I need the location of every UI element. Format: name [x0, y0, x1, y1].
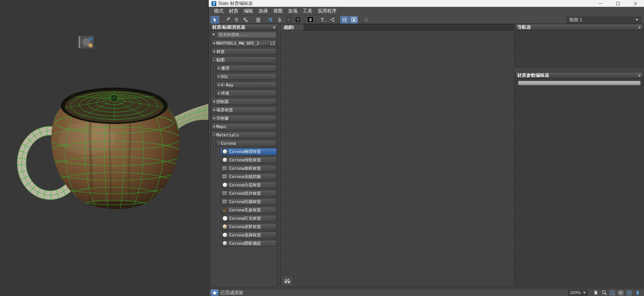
browser-material-item[interactable]: Corona灯光材质	[220, 215, 277, 222]
zoom-tool-button[interactable]	[600, 289, 608, 296]
pick-material-button[interactable]	[223, 16, 231, 23]
browser-group-item[interactable]: +场景材质	[211, 106, 277, 113]
browser-material-item[interactable]: Corona毛发材质	[220, 207, 277, 213]
menu-item[interactable]: 选项	[286, 7, 300, 15]
zoom-extents-button[interactable]	[617, 289, 625, 296]
menu-item[interactable]: 工具	[301, 7, 315, 15]
browser-group-item[interactable]: +示例窗	[211, 115, 277, 122]
navigator-panel-title: 导航器	[517, 24, 638, 31]
hide-unused-nodeslots-button[interactable]	[276, 16, 284, 23]
expand-toggle[interactable]: +	[217, 83, 221, 88]
browser-group-item[interactable]: +OSL	[216, 73, 277, 80]
expand-toggle[interactable]: -	[217, 141, 221, 146]
navigator-close-button[interactable]: x	[638, 25, 641, 30]
binoculars-icon	[284, 279, 290, 283]
view-tab-bar: 视图1	[280, 24, 514, 31]
browser-material-item[interactable]: Corona切片材质	[220, 190, 277, 197]
expand-toggle[interactable]: +	[217, 66, 221, 71]
3d-viewport[interactable]	[0, 0, 208, 296]
pan-selected-hand-icon	[635, 290, 641, 296]
minimize-button[interactable]	[592, 0, 609, 7]
browser-material-item[interactable]: Corona物理材质	[220, 148, 277, 155]
close-button[interactable]	[627, 0, 644, 7]
status-message: 已完成渲染	[220, 290, 568, 296]
browser-group-item[interactable]: +Maps	[211, 123, 277, 130]
show-checker-background-button[interactable]	[294, 16, 302, 23]
menu-item[interactable]: 材质	[227, 7, 241, 15]
render-map-button[interactable]	[362, 16, 370, 23]
layout-all-button[interactable]	[319, 16, 327, 23]
browser-material-item[interactable]: Corona传统材质	[220, 157, 277, 163]
move-children-button[interactable]	[266, 16, 275, 23]
find-node-button[interactable]	[283, 277, 292, 285]
navigator-body[interactable]	[516, 31, 643, 67]
menu-item[interactable]: 选择	[256, 7, 270, 15]
browser-material-item[interactable]: Corona皮肤材质	[220, 223, 277, 230]
material-preview-thumbnail[interactable]	[78, 36, 94, 49]
item-label: Corona扫描材质	[229, 199, 275, 205]
menu-item[interactable]: 编辑	[241, 7, 255, 15]
browser-group-item[interactable]: +环境	[216, 90, 277, 97]
put-material-to-scene-button[interactable]	[241, 16, 250, 23]
assign-material-to-selection-button[interactable]	[232, 16, 241, 23]
expand-toggle[interactable]: -	[213, 133, 216, 138]
render-state-button[interactable]	[211, 290, 218, 296]
menu-item[interactable]: 模式	[212, 7, 226, 15]
browser-group-item[interactable]: +MAXTOOLS_MW_005_2···LI	[211, 40, 277, 47]
delete-selected-button[interactable]	[254, 16, 262, 23]
thumbnail-handle-dots	[79, 37, 80, 48]
view-selector-dropdown[interactable]: 视图 1	[567, 17, 641, 23]
expand-toggle[interactable]: +	[213, 41, 216, 46]
browser-group-item[interactable]: +V-Ray	[216, 81, 277, 88]
param-editor-scrollbar[interactable]	[518, 81, 641, 85]
parameter-editor-toggle[interactable]	[350, 16, 358, 23]
param-editor-close-button[interactable]: x	[638, 73, 641, 78]
expand-toggle[interactable]: +	[217, 91, 221, 96]
search-input[interactable]	[217, 32, 276, 38]
zoom-region-button[interactable]	[608, 289, 617, 296]
zoom-level-dropdown[interactable]: 200%	[568, 290, 588, 296]
browser-panel-header: 材质/贴图浏览器 x	[211, 24, 277, 31]
browser-material-item[interactable]: Corona体积材质	[220, 165, 277, 172]
item-label: Corona毛发材质	[229, 207, 275, 213]
browser-material-item[interactable]: Corona扫描材质	[220, 198, 277, 205]
browser-material-item[interactable]: Corona分层材质	[220, 182, 277, 188]
show-values-button[interactable]: 0	[306, 16, 315, 23]
pan-to-selected-button[interactable]	[633, 289, 642, 296]
menu-item[interactable]: 视图	[271, 7, 285, 15]
maximize-button[interactable]	[609, 0, 627, 7]
zoom-extents-selected-button[interactable]	[625, 289, 633, 296]
browser-group-item[interactable]: +通用	[216, 65, 277, 72]
pan-tool-button[interactable]	[592, 289, 600, 296]
search-options-button[interactable]	[212, 34, 215, 36]
browser-panel-title: 材质/贴图浏览器	[212, 24, 272, 31]
select-tool-button[interactable]	[211, 16, 219, 23]
browser-material-item[interactable]: Corona光线切换	[220, 173, 277, 180]
move-children-icon	[268, 17, 274, 22]
expand-toggle[interactable]: +	[213, 108, 216, 113]
browser-material-item[interactable]: Corona阴影捕捉	[220, 240, 277, 247]
view-tab-1[interactable]: 视图1	[280, 24, 304, 30]
node-graph-canvas[interactable]	[280, 31, 514, 287]
expand-toggle[interactable]: -	[213, 58, 216, 63]
browser-close-button[interactable]: x	[272, 25, 276, 30]
layout-children-button[interactable]	[328, 16, 336, 23]
browser-group-item[interactable]: -Corona	[216, 140, 277, 147]
expand-toggle[interactable]: +	[213, 99, 216, 104]
browser-group-item[interactable]: +材质	[211, 48, 277, 55]
browser-group-item[interactable]: +控制器	[211, 98, 277, 105]
menu-item[interactable]: 实用程序	[315, 7, 339, 15]
zoom-extents-selected-icon	[626, 290, 632, 296]
item-label: Corona分层材质	[229, 182, 275, 188]
expand-toggle[interactable]: +	[213, 116, 216, 121]
expand-toggle[interactable]: +	[217, 74, 221, 79]
item-label: Corona阴影捕捉	[229, 241, 275, 246]
expand-toggle[interactable]: +	[213, 124, 216, 129]
browser-group-item[interactable]: -Materials	[211, 132, 277, 138]
browser-group-item[interactable]: -贴图	[211, 56, 277, 63]
show-background-button[interactable]	[285, 16, 293, 23]
material-map-browser-toggle[interactable]	[340, 16, 349, 23]
expand-toggle[interactable]: +	[213, 49, 216, 54]
trash-icon	[256, 17, 261, 22]
browser-material-item[interactable]: Corona选择材质	[220, 232, 277, 238]
